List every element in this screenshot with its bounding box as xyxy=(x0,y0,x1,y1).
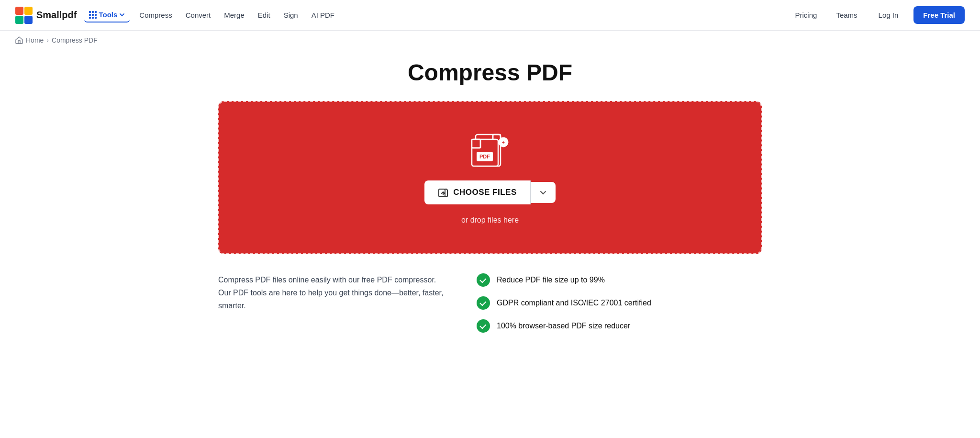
header: Smallpdf Tools Compress Convert Merge Ed… xyxy=(0,0,980,31)
choose-files-button[interactable]: CHOOSE FILES xyxy=(424,180,531,204)
svg-rect-3 xyxy=(24,16,33,24)
main-content: Compress PDF PDF + xyxy=(203,50,777,352)
feature-item-2: GDPR compliant and ISO/IEC 27001 certifi… xyxy=(477,296,762,310)
feature-label-3: 100% browser-based PDF size reducer xyxy=(497,322,630,330)
teams-link[interactable]: Teams xyxy=(830,7,863,23)
login-button[interactable]: Log In xyxy=(871,7,906,23)
nav-edit[interactable]: Edit xyxy=(252,7,276,23)
pricing-link[interactable]: Pricing xyxy=(790,7,823,23)
header-right: Pricing Teams Log In Free Trial xyxy=(790,6,965,24)
breadcrumb-current: Compress PDF xyxy=(52,36,98,44)
breadcrumb-separator: › xyxy=(46,36,49,44)
choose-files-label: CHOOSE FILES xyxy=(453,188,517,197)
feature-label-1: Reduce PDF file size up to 99% xyxy=(497,276,605,284)
tools-label: Tools xyxy=(99,11,117,19)
feature-item-3: 100% browser-based PDF size reducer xyxy=(477,319,762,333)
choose-files-row[interactable]: CHOOSE FILES xyxy=(424,180,556,204)
svg-rect-2 xyxy=(15,16,23,24)
svg-text:PDF: PDF xyxy=(479,154,490,159)
nav-sign[interactable]: Sign xyxy=(278,7,304,23)
nav-merge[interactable]: Merge xyxy=(218,7,250,23)
nav-ai-pdf[interactable]: AI PDF xyxy=(306,7,340,23)
check-icon-2 xyxy=(477,296,490,310)
choose-files-dropdown[interactable] xyxy=(531,182,556,203)
breadcrumb: Home › Compress PDF xyxy=(0,31,980,50)
feature-item-1: Reduce PDF file size up to 99% xyxy=(477,273,762,287)
check-icon-1 xyxy=(477,273,490,287)
logo[interactable]: Smallpdf xyxy=(15,7,77,24)
features-list: Reduce PDF file size up to 99% GDPR comp… xyxy=(477,273,762,333)
drop-hint: or drop files here xyxy=(461,216,519,225)
chevron-down-icon xyxy=(119,12,125,18)
nav-convert[interactable]: Convert xyxy=(180,7,217,23)
breadcrumb-home[interactable]: Home xyxy=(26,36,44,44)
pdf-icon: PDF + xyxy=(467,131,513,169)
tools-button[interactable]: Tools xyxy=(84,8,130,22)
feature-label-2: GDPR compliant and ISO/IEC 27001 certifi… xyxy=(497,299,651,307)
svg-rect-9 xyxy=(472,139,480,148)
svg-rect-1 xyxy=(24,7,33,15)
grid-icon xyxy=(89,11,97,19)
upload-icon xyxy=(438,187,448,198)
svg-rect-0 xyxy=(15,7,23,15)
page-title: Compress PDF xyxy=(218,59,762,86)
dropdown-chevron-icon xyxy=(539,189,547,196)
logo-text: Smallpdf xyxy=(36,10,77,21)
features-section: Compress PDF files online easily with ou… xyxy=(218,273,762,333)
nav-links: Compress Convert Merge Edit Sign AI PDF xyxy=(134,7,785,23)
logo-icon xyxy=(15,7,33,24)
home-icon xyxy=(15,36,23,44)
check-icon-3 xyxy=(477,319,490,333)
nav-compress[interactable]: Compress xyxy=(134,7,178,23)
dropzone[interactable]: PDF + CHOOSE FILES or drop files here xyxy=(218,101,762,254)
svg-text:+: + xyxy=(502,140,505,145)
description-text: Compress PDF files online easily with ou… xyxy=(218,273,448,313)
free-trial-button[interactable]: Free Trial xyxy=(913,6,965,24)
